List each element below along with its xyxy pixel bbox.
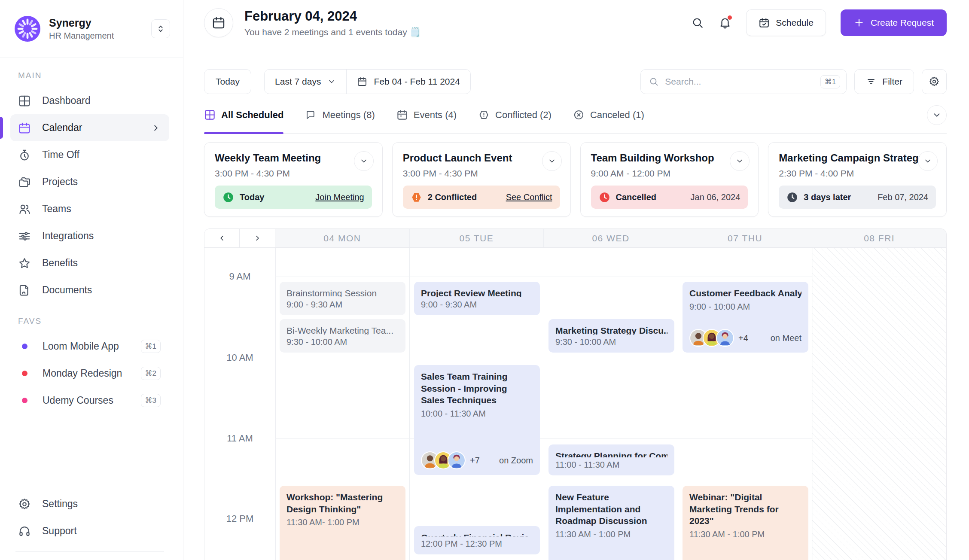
event-time: 11:30 AM- 1:00 PM <box>286 517 399 527</box>
date-range-picker[interactable]: Feb 04 - Feb 11 2024 <box>347 70 470 94</box>
card-team-building-workshop: Team Building Workshop 9:00 AM - 12:00 P… <box>580 142 759 217</box>
event-new-feature-implementation[interactable]: New Feature Implementation and Roadmap D… <box>548 486 674 560</box>
card-expand-button[interactable] <box>730 151 750 171</box>
event-time: 9:00 - 9:30 AM <box>286 300 399 310</box>
day-header-fri: 08 FRI <box>812 229 946 247</box>
see-conflict-link[interactable]: See Conflict <box>506 192 552 202</box>
sidebar-item-time-off[interactable]: Time Off <box>10 141 169 168</box>
date-range-control: Last 7 days Feb 04 - Feb 11 2024 <box>264 69 471 94</box>
users-icon <box>18 203 31 216</box>
create-request-label: Create Request <box>871 18 934 28</box>
brand-subtitle: HR Management <box>49 31 114 41</box>
event-customer-feedback-analysis[interactable]: Customer Feedback Analy... 9:00 - 10:00 … <box>683 282 808 353</box>
org-switcher-button[interactable] <box>151 19 170 38</box>
event-quarterly-financial-review[interactable]: Quarterly Financial Revie... 12:00 PM - … <box>414 526 540 554</box>
day-header-tue: 05 TUE <box>410 229 544 247</box>
app-window: Synergy HR Management MAIN Dashboard Cal… <box>0 0 969 560</box>
calendar-body: 9 AM 10 AM 11 AM 12 PM Brainstorming Ses… <box>204 248 946 560</box>
sidebar-item-teams[interactable]: Teams <box>10 195 169 222</box>
view-settings-button[interactable] <box>922 69 947 94</box>
sidebar-item-documents[interactable]: Documents <box>10 277 169 304</box>
join-meeting-link[interactable]: Join Meeting <box>315 192 364 202</box>
tab-canceled[interactable]: Canceled (1) <box>573 105 644 133</box>
event-biweekly-marketing[interactable]: Bi-Weekly Marketing Tea... 9:30 - 10:00 … <box>280 319 405 353</box>
page-subtitle: You have 2 meetings and 1 events today 🗒… <box>244 27 421 37</box>
card-expand-button[interactable] <box>918 151 938 171</box>
sidebar-item-label: Settings <box>42 498 78 510</box>
tab-all-scheduled[interactable]: All Scheduled <box>204 105 283 133</box>
sidebar-item-support[interactable]: Support <box>10 517 169 545</box>
card-status-bar: Today Join Meeting <box>215 186 372 209</box>
event-time: 12:00 PM - 12:30 PM <box>421 539 533 549</box>
sidebar-item-label: Projects <box>42 176 78 188</box>
clock-icon <box>786 192 798 203</box>
collapse-cards-button[interactable] <box>927 105 947 125</box>
tab-conflicted[interactable]: Conflicted (2) <box>478 105 552 133</box>
fav-item-label: Monday Redesign <box>43 368 122 379</box>
calendar-icon <box>18 122 31 134</box>
meeting-platform: on Zoom <box>499 456 533 466</box>
event-marketing-strategy-discussion[interactable]: Marketing Strategy Discu... 9:30 - 10:00… <box>548 319 674 353</box>
hour-label: 10 AM <box>204 352 275 363</box>
next-week-button[interactable] <box>240 229 275 247</box>
card-title: Weekly Team Meeting <box>215 152 372 164</box>
sidebar-section-main: MAIN <box>0 58 183 87</box>
event-brainstorming-session[interactable]: Brainstorming Session 9:00 - 9:30 AM <box>280 282 405 315</box>
tab-label: All Scheduled <box>221 110 283 121</box>
alert-hexagon-icon <box>411 192 422 203</box>
event-workshop-design-thinking[interactable]: Workshop: "Mastering Design Thinking" 11… <box>280 486 405 560</box>
card-expand-button[interactable] <box>542 151 562 171</box>
chat-icon <box>305 109 317 121</box>
search-field[interactable]: ⌘1 <box>640 69 847 94</box>
sidebar-item-settings[interactable]: Settings <box>10 490 169 517</box>
tab-label: Events (4) <box>414 110 457 121</box>
schedule-button[interactable]: Schedule <box>746 9 826 36</box>
sidebar-item-dashboard[interactable]: Dashboard <box>10 87 169 114</box>
event-title: Customer Feedback Analy... <box>689 287 801 299</box>
event-project-review-meeting[interactable]: Project Review Meeting 9:00 - 9:30 AM <box>414 282 540 315</box>
filter-label: Filter <box>882 76 902 87</box>
card-status-bar: 3 days later Feb 07, 2024 <box>779 186 936 209</box>
search-input[interactable] <box>665 76 814 87</box>
today-button[interactable]: Today <box>204 69 251 94</box>
range-preset-dropdown[interactable]: Last 7 days <box>265 70 347 94</box>
tab-meetings[interactable]: Meetings (8) <box>305 105 375 133</box>
fav-item-monday-redesign[interactable]: Monday Redesign ⌘2 <box>10 360 169 387</box>
synergy-logo-icon <box>15 16 40 42</box>
calendar-icon <box>212 16 225 30</box>
sidebar-item-benefits[interactable]: Benefits <box>10 250 169 277</box>
event-title: New Feature Implementation and Roadmap D… <box>555 491 667 527</box>
card-weekly-team-meeting: Weekly Team Meeting 3:00 PM - 4:30 PM To… <box>204 142 383 217</box>
event-time: 9:30 - 10:00 AM <box>286 337 399 347</box>
headphones-icon <box>18 525 31 538</box>
chevron-down-icon <box>360 157 368 165</box>
avatar <box>716 329 734 347</box>
notifications-bell-icon[interactable] <box>719 16 731 29</box>
fav-item-udemy-courses[interactable]: Udemy Courses ⌘3 <box>10 387 169 414</box>
filter-button[interactable]: Filter <box>854 69 914 94</box>
grid-line <box>544 248 544 560</box>
grid-icon <box>18 94 31 107</box>
date-calendar-button[interactable] <box>204 8 233 37</box>
calendar-icon <box>396 109 408 121</box>
day-header-wed: 06 WED <box>544 229 678 247</box>
card-time: 2:30 PM - 4:00 PM <box>779 168 936 179</box>
search-icon[interactable] <box>691 16 704 29</box>
tab-events[interactable]: Events (4) <box>396 105 457 133</box>
create-request-button[interactable]: Create Request <box>841 9 947 36</box>
sidebar-item-projects[interactable]: Projects <box>10 168 169 195</box>
filter-lines-icon <box>866 76 876 87</box>
card-expand-button[interactable] <box>354 151 374 171</box>
header-actions: Schedule Create Request <box>691 9 947 36</box>
fav-item-loom-mobile-app[interactable]: Loom Mobile App ⌘1 <box>10 333 169 360</box>
event-strategy-planning[interactable]: Strategy Planning for Com... 11:00 - 11:… <box>548 444 674 475</box>
sidebar-item-integrations[interactable]: Integrations <box>10 222 169 250</box>
prev-week-button[interactable] <box>204 229 240 247</box>
event-time: 9:30 - 10:00 AM <box>555 337 667 347</box>
card-time: 9:00 AM - 12:00 PM <box>591 168 748 179</box>
page-header: February 04, 2024 You have 2 meetings an… <box>204 8 947 38</box>
grid-line <box>678 248 678 560</box>
sidebar-item-calendar[interactable]: Calendar <box>10 114 169 141</box>
event-webinar-digital-marketing[interactable]: Webinar: "Digital Marketing Trends for 2… <box>683 486 808 560</box>
event-sales-team-training[interactable]: Sales Team Training Session - Improving … <box>414 365 540 475</box>
